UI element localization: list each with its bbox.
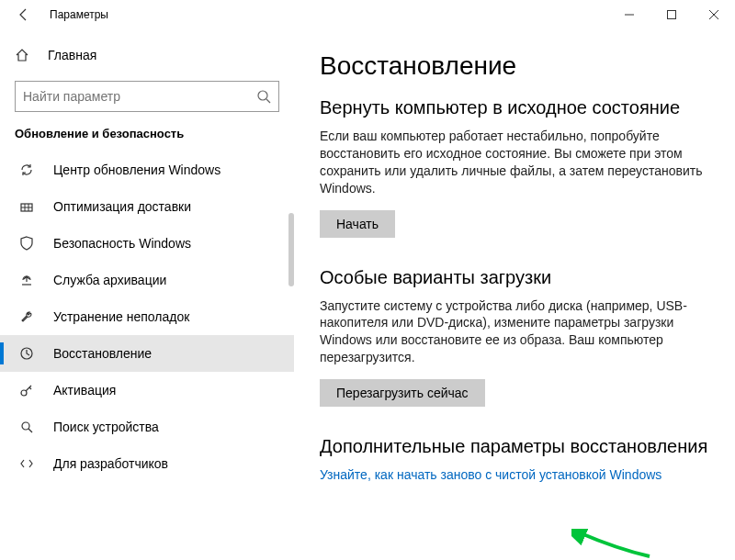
find-icon xyxy=(18,419,35,435)
code-icon xyxy=(18,455,35,472)
minimize-icon xyxy=(625,10,634,19)
shield-icon xyxy=(18,235,35,252)
reset-button[interactable]: Начать xyxy=(320,210,395,238)
search-icon xyxy=(256,89,271,104)
maximize-button[interactable] xyxy=(650,0,693,29)
close-icon xyxy=(709,10,718,19)
nav-activation[interactable]: Активация xyxy=(0,372,294,409)
search-box[interactable] xyxy=(15,81,279,112)
nav-windows-security[interactable]: Безопасность Windows xyxy=(0,225,294,262)
backup-icon xyxy=(18,272,35,288)
nav-find-device[interactable]: Поиск устройства xyxy=(0,409,294,445)
home-button[interactable]: Главная xyxy=(0,40,294,70)
key-icon xyxy=(18,382,35,398)
sync-icon xyxy=(18,162,35,178)
maximize-icon xyxy=(667,10,676,19)
home-label: Главная xyxy=(48,48,96,62)
nav-backup[interactable]: Служба архивации xyxy=(0,262,294,298)
nav-troubleshoot[interactable]: Устранение неполадок xyxy=(0,298,294,335)
wrench-icon xyxy=(18,308,35,325)
delivery-icon xyxy=(18,198,35,215)
arrow-left-icon xyxy=(17,7,31,22)
close-button[interactable] xyxy=(693,0,735,29)
svg-point-2 xyxy=(258,91,267,100)
fresh-start-link[interactable]: Узнайте, как начать заново с чистой уста… xyxy=(320,467,662,482)
nav-delivery-optimization[interactable]: Оптимизация доставки xyxy=(0,188,294,225)
nav-label: Оптимизация доставки xyxy=(53,199,191,214)
reset-title: Вернуть компьютер в исходное состояние xyxy=(320,97,709,118)
page-title: Восстановление xyxy=(320,51,709,81)
nav-label: Восстановление xyxy=(53,346,152,361)
nav-recovery[interactable]: Восстановление xyxy=(0,335,294,372)
svg-line-3 xyxy=(266,99,270,103)
minimize-button[interactable] xyxy=(608,0,650,29)
startup-title: Особые варианты загрузки xyxy=(320,267,709,288)
back-button[interactable] xyxy=(15,6,33,24)
more-title: Дополнительные параметры восстановления xyxy=(320,436,709,457)
nav-label: Для разработчиков xyxy=(53,456,168,471)
svg-rect-1 xyxy=(668,11,676,19)
titlebar: Параметры xyxy=(0,0,735,29)
nav-developers[interactable]: Для разработчиков xyxy=(0,445,294,482)
nav-label: Поиск устройства xyxy=(53,420,159,434)
svg-line-9 xyxy=(28,429,32,432)
nav-label: Активация xyxy=(53,383,116,398)
search-input[interactable] xyxy=(23,89,256,104)
svg-point-8 xyxy=(22,422,29,430)
reset-body: Если ваш компьютер работает нестабильно,… xyxy=(320,128,709,197)
nav-windows-update[interactable]: Центр обновления Windows xyxy=(0,151,294,188)
nav-label: Центр обновления Windows xyxy=(53,162,220,177)
sidebar: Главная Обновление и безопасность Центр … xyxy=(0,29,294,560)
recovery-icon xyxy=(18,345,35,362)
window-title: Параметры xyxy=(50,8,608,21)
nav-label: Безопасность Windows xyxy=(53,236,191,251)
restart-button[interactable]: Перезагрузить сейчас xyxy=(320,379,485,407)
home-icon xyxy=(15,48,31,62)
section-title: Обновление и безопасность xyxy=(0,127,294,151)
window-controls xyxy=(608,0,735,29)
main-content: Восстановление Вернуть компьютер в исход… xyxy=(294,29,735,560)
sidebar-scrollbar[interactable] xyxy=(288,213,294,286)
nav-list: Центр обновления Windows Оптимизация дос… xyxy=(0,151,294,482)
startup-body: Запустите систему с устройства либо диск… xyxy=(320,297,709,367)
nav-label: Устранение неполадок xyxy=(53,309,189,324)
nav-label: Служба архивации xyxy=(53,273,166,287)
